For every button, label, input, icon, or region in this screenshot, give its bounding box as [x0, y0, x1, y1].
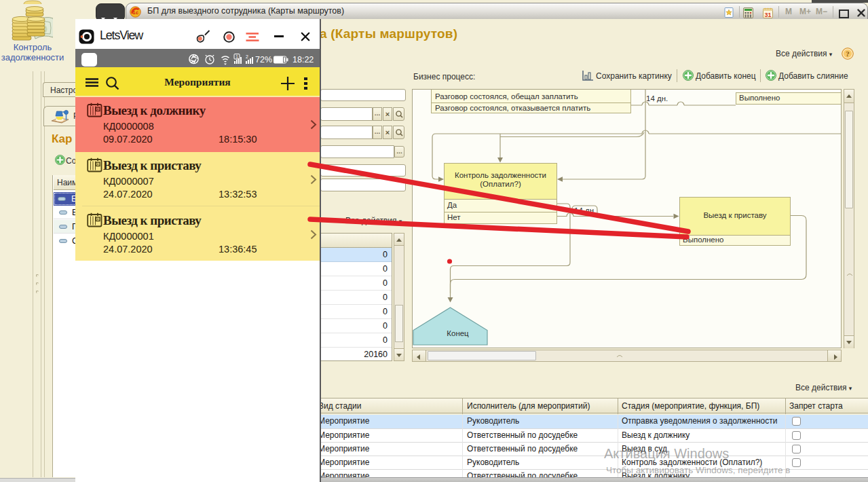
svg-text:2: 2 — [246, 54, 248, 59]
svg-text:?: ? — [846, 50, 850, 58]
svg-text:31: 31 — [764, 12, 771, 18]
svg-text:18:22: 18:22 — [293, 55, 314, 64]
svg-text:1: 1 — [235, 54, 238, 59]
svg-text:72%: 72% — [255, 55, 272, 64]
svg-text:1с: 1с — [132, 10, 138, 16]
